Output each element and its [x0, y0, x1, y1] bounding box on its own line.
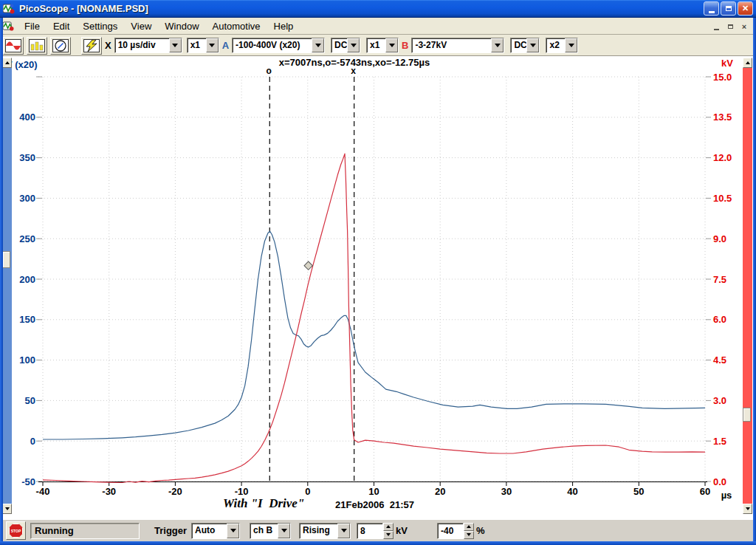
arrow-up-icon	[746, 61, 750, 64]
status-bar: STOP Running Trigger Auto ch B Rising 8 …	[3, 519, 753, 541]
window-title: PicoScope - [NONAME.PSD]	[19, 3, 148, 14]
scroll-up-button[interactable]	[743, 58, 752, 68]
timebase-select[interactable]: 10 µs/div	[114, 38, 182, 53]
close-icon: ✕	[742, 4, 749, 13]
menu-item-settings[interactable]: Settings	[76, 19, 124, 33]
mdi-close-button[interactable]: ×	[738, 21, 750, 32]
trace-channel-b	[43, 154, 705, 482]
channel-a-multiplier-select[interactable]: x1	[366, 38, 399, 53]
trigger-button[interactable]	[81, 37, 102, 55]
x-axis-tick-label: 30	[501, 486, 512, 497]
meter-view-button[interactable]	[50, 37, 71, 55]
minimize-button[interactable]	[704, 1, 719, 16]
document-icon[interactable]	[3, 21, 15, 32]
dropdown-arrow-icon[interactable]	[347, 38, 360, 52]
channel-a-offset-scrollbar[interactable]	[2, 58, 12, 514]
spin-down-button[interactable]	[383, 531, 394, 539]
right-axis-tick-label: 9.0	[713, 233, 726, 244]
arrow-down-icon	[746, 507, 750, 510]
channel-a-range-select[interactable]: -100-400V (x20)	[232, 38, 325, 53]
x-multiplier-select[interactable]: x1	[187, 38, 219, 53]
channel-b-coupling-select[interactable]: DC	[510, 38, 540, 53]
right-axis-tick-label: 0.0	[713, 476, 726, 487]
dropdown-arrow-icon[interactable]	[385, 38, 398, 52]
dropdown-arrow-icon[interactable]	[526, 38, 539, 52]
menu-item-file[interactable]: File	[18, 19, 47, 33]
dropdown-arrow-icon[interactable]	[227, 524, 239, 538]
waveform-chart[interactable]: 15.040013.535012.030010.52509.02007.5150…	[0, 56, 756, 519]
meter-gauge-icon	[52, 39, 69, 52]
right-axis-tick-label: 10.5	[713, 193, 732, 204]
trigger-level-spinner[interactable]	[383, 523, 394, 539]
left-axis-tick-label: 50	[25, 395, 35, 406]
trigger-delay-spinner[interactable]	[464, 523, 474, 539]
trigger-channel-select[interactable]: ch B	[250, 523, 291, 539]
spectrum-bars-icon	[29, 39, 45, 52]
dropdown-arrow-icon[interactable]	[565, 38, 577, 52]
window-border-left	[0, 18, 3, 541]
mdi-restore-button[interactable]	[724, 21, 736, 32]
right-axis-unit-label: kV	[721, 58, 733, 69]
channel-a-scroll-track[interactable]	[2, 68, 12, 504]
arrow-down-icon	[467, 533, 471, 536]
spin-up-button[interactable]	[383, 523, 394, 531]
menu-item-help[interactable]: Help	[267, 19, 300, 33]
title-bar[interactable]: PicoScope - [NONAME.PSD] ✕	[0, 0, 756, 18]
trigger-mode-select[interactable]: Auto	[191, 523, 240, 539]
spin-down-button[interactable]	[464, 531, 474, 539]
left-axis-tick-label: 100	[19, 354, 35, 366]
channel-b-scroll-thumb[interactable]	[743, 408, 751, 422]
dropdown-arrow-icon[interactable]	[312, 38, 324, 52]
x-axis-tick-label: 60	[700, 486, 710, 497]
x-axis-tick-label: 0	[305, 486, 310, 497]
stop-button[interactable]: STOP	[6, 521, 26, 540]
mdi-minimize-button[interactable]	[710, 21, 722, 32]
dropdown-arrow-icon[interactable]	[169, 38, 182, 52]
scope-view-button[interactable]	[3, 37, 24, 55]
right-axis-tick-label: 1.5	[713, 436, 726, 447]
spin-up-button[interactable]	[464, 523, 474, 531]
scope-waveform-icon	[5, 39, 21, 52]
channel-a-coupling-select[interactable]: DC	[331, 38, 360, 53]
menu-item-automotive[interactable]: Automotive	[206, 19, 267, 33]
restore-button[interactable]	[721, 1, 736, 16]
right-axis-tick-label: 13.5	[713, 112, 732, 123]
channel-b-range-select[interactable]: -3-27kV	[411, 38, 504, 53]
menu-item-edit[interactable]: Edit	[47, 19, 76, 33]
status-text: Running	[35, 525, 74, 536]
left-axis-tick-label: 150	[19, 314, 35, 325]
spectrum-view-button[interactable]	[27, 37, 47, 55]
trigger-edge-select[interactable]: Rising	[299, 523, 351, 539]
trigger-delay-input[interactable]: -40	[437, 523, 464, 539]
dropdown-arrow-icon[interactable]	[206, 38, 219, 52]
x-axis-unit-label: µs	[721, 490, 732, 501]
channel-a-scroll-thumb[interactable]	[2, 251, 10, 268]
close-button[interactable]: ✕	[738, 1, 753, 16]
menu-item-view[interactable]: View	[124, 19, 158, 33]
arrow-down-icon	[386, 533, 391, 536]
arrow-up-icon	[5, 61, 10, 64]
dropdown-arrow-icon[interactable]	[337, 524, 350, 538]
arrow-down-icon	[5, 507, 10, 510]
scroll-up-button[interactable]	[2, 58, 12, 68]
menu-item-window[interactable]: Window	[158, 19, 205, 33]
channel-b-multiplier-select[interactable]: x2	[546, 38, 578, 53]
left-axis-tick-label: 0	[30, 436, 35, 447]
scroll-down-button[interactable]	[2, 504, 12, 514]
x-axis-tick-label: 50	[633, 486, 644, 497]
channel-b-scroll-track[interactable]	[743, 68, 752, 504]
dropdown-arrow-icon[interactable]	[491, 38, 504, 52]
x-axis-tick-label: -20	[168, 486, 182, 497]
left-axis-tick-label: 400	[19, 112, 35, 123]
stop-sign-icon: STOP	[9, 524, 23, 538]
left-axis-tick-label: 250	[19, 233, 35, 244]
channel-b-offset-scrollbar[interactable]	[743, 58, 752, 514]
channel-a-label: A	[222, 40, 229, 51]
trigger-marker-diamond[interactable]	[304, 261, 312, 270]
trigger-delay-unit: %	[476, 525, 485, 536]
scroll-down-button[interactable]	[743, 504, 752, 514]
dropdown-arrow-icon[interactable]	[278, 524, 290, 538]
trigger-level-input[interactable]: 8	[357, 523, 383, 539]
toolbar: X 10 µs/div x1 A -100-400V (x20) DC x1 B…	[0, 35, 756, 56]
arrow-up-icon	[386, 525, 391, 528]
